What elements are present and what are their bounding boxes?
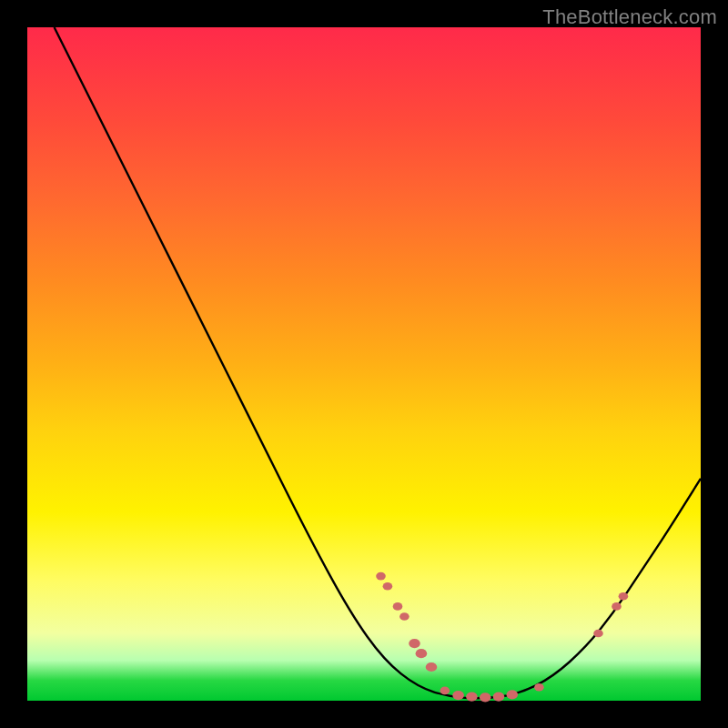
curve-marker [393, 602, 403, 611]
curve-marker [383, 582, 393, 591]
curve-marker [466, 693, 478, 702]
curve-marker [399, 612, 410, 621]
curve-marker [440, 687, 450, 695]
curve-svg [27, 27, 701, 701]
curve-marker [619, 592, 629, 601]
chart-container: TheBottleneck.com [0, 0, 728, 728]
bottleneck-curve [55, 27, 701, 698]
curve-marker [534, 683, 544, 692]
curve-marker [593, 630, 603, 638]
curve-marker [376, 572, 386, 581]
watermark-text: TheBottleneck.com [542, 5, 717, 29]
curve-marker [416, 649, 428, 658]
curve-marker [493, 693, 505, 702]
curve-marker [507, 690, 519, 699]
curve-marker [480, 693, 491, 702]
curve-marker [452, 691, 464, 700]
plot-area [27, 27, 701, 701]
curve-marker [426, 662, 438, 672]
curve-marker [409, 639, 420, 648]
curve-marker [612, 602, 622, 611]
